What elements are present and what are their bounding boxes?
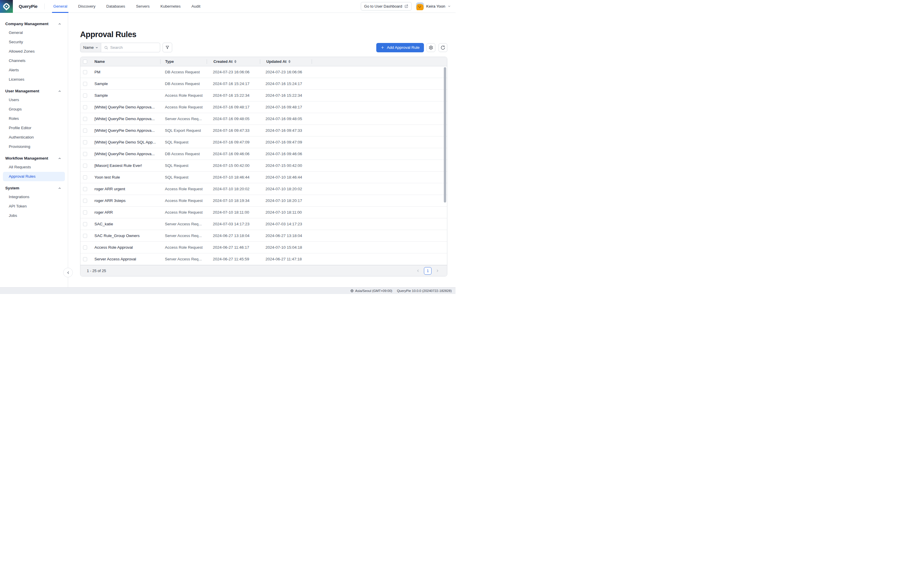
- sidebar-item-integrations[interactable]: Integrations: [0, 192, 65, 202]
- sidebar-item-jobs[interactable]: Jobs: [0, 211, 65, 220]
- user-menu[interactable]: Keira Yoon: [416, 2, 451, 10]
- table-row[interactable]: [White] QueryPie Demo Approva...Server A…: [80, 113, 447, 125]
- table-row[interactable]: Access Role ApprovalAccess Role Request2…: [80, 242, 447, 254]
- table-row[interactable]: SampleDB Access Request2024-07-16 15:24:…: [80, 78, 447, 90]
- sort-icon[interactable]: [234, 60, 236, 63]
- table-row[interactable]: Yoon test RuleSQL Request2024-07-10 18:4…: [80, 171, 447, 183]
- table-row[interactable]: [Mason] Easiest Rule Ever!SQL Request202…: [80, 160, 447, 171]
- sidebar-item-security[interactable]: Security: [0, 37, 65, 47]
- cell-updated-at: 2024-07-10 18:20:02: [259, 187, 311, 191]
- sidebar-item-profile-editor[interactable]: Profile Editor: [0, 123, 65, 132]
- nav-tab-databases[interactable]: Databases: [107, 0, 125, 13]
- table-row[interactable]: PMDB Access Request2024-07-23 16:06:0620…: [80, 66, 447, 78]
- row-checkbox[interactable]: [83, 210, 87, 215]
- row-checkbox[interactable]: [83, 70, 87, 74]
- sidebar-section-header-workflow-management[interactable]: Workflow Management: [0, 154, 68, 163]
- column-header-type[interactable]: Type: [160, 59, 207, 64]
- select-all-checkbox[interactable]: [83, 60, 87, 64]
- row-checkbox[interactable]: [83, 152, 87, 156]
- search-icon: [104, 45, 108, 50]
- table-row[interactable]: [White] QueryPie Demo Approva...SQL Expo…: [80, 125, 447, 136]
- row-checkbox[interactable]: [83, 140, 87, 144]
- cell-name: SAC_katie: [94, 222, 160, 226]
- go-to-user-dashboard-button[interactable]: Go to User Dashboard: [361, 2, 412, 11]
- row-checkbox[interactable]: [83, 82, 87, 86]
- chevron-down-icon: [95, 46, 98, 49]
- sidebar-item-authentication[interactable]: Authentication: [0, 132, 65, 142]
- sidebar-section-header-company-management[interactable]: Company Management: [0, 19, 68, 28]
- sidebar-section-company-management: Company ManagementGeneralSecurityAllowed…: [0, 19, 68, 84]
- row-checkbox[interactable]: [83, 199, 87, 203]
- row-checkbox[interactable]: [83, 187, 87, 191]
- row-checkbox[interactable]: [83, 129, 87, 132]
- row-checkbox[interactable]: [83, 164, 87, 168]
- table-row[interactable]: SAC_katieServer Access Req...2024-07-03 …: [80, 218, 447, 230]
- previous-page-button[interactable]: [416, 269, 420, 273]
- chevron-left-icon: [66, 271, 70, 275]
- table-row[interactable]: roger ARR urgentAccess Role Request2024-…: [80, 183, 447, 195]
- sidebar-item-roles[interactable]: Roles: [0, 114, 65, 123]
- sidebar-item-all-requests[interactable]: All Requests: [0, 163, 65, 172]
- timezone-label: Asia/Seoul (GMT+09:00): [355, 289, 392, 292]
- sidebar-item-allowed-zones[interactable]: Allowed Zones: [0, 47, 65, 56]
- settings-button[interactable]: [427, 43, 435, 52]
- cell-type: DB Access Request: [160, 70, 206, 74]
- cell-type: SQL Request: [160, 175, 206, 179]
- add-approval-rule-button[interactable]: Add Approval Rule: [376, 43, 424, 52]
- row-checkbox[interactable]: [83, 257, 87, 261]
- search-input[interactable]: [110, 45, 154, 50]
- nav-tab-general[interactable]: General: [53, 0, 67, 13]
- next-page-button[interactable]: [435, 269, 439, 273]
- filter-button[interactable]: [163, 43, 172, 52]
- nav-tab-servers[interactable]: Servers: [136, 0, 150, 13]
- approval-rules-table: Name Type Created At Updated At PMDB Acc…: [80, 57, 447, 276]
- sidebar-item-approval-rules[interactable]: Approval Rules: [3, 172, 65, 181]
- table-row[interactable]: Server Access ApprovalServer Access Req.…: [80, 254, 447, 265]
- table-row[interactable]: [White] QueryPie Demo Approva...Access R…: [80, 102, 447, 113]
- column-header-updated-at[interactable]: Updated At: [260, 59, 312, 64]
- column-header-created-at[interactable]: Created At: [207, 59, 260, 64]
- row-checkbox[interactable]: [83, 94, 87, 98]
- table-row[interactable]: [White] QueryPie Demo Approva...DB Acces…: [80, 148, 447, 160]
- main-content: Approval Rules Name Add Approval Ru: [68, 13, 455, 287]
- table-row[interactable]: roger ARR 3stepsAccess Role Request2024-…: [80, 195, 447, 207]
- row-checkbox[interactable]: [83, 175, 87, 179]
- sidebar-section-header-user-management[interactable]: User Management: [0, 87, 68, 95]
- cell-created-at: 2024-07-16 09:46:06: [206, 152, 259, 156]
- cell-created-at: 2024-07-10 18:46:44: [206, 175, 259, 179]
- row-checkbox[interactable]: [83, 117, 87, 121]
- table-row[interactable]: SampleAccess Role Request2024-07-16 15:2…: [80, 90, 447, 102]
- table-body: PMDB Access Request2024-07-23 16:06:0620…: [80, 66, 447, 265]
- nav-tab-audit[interactable]: Audit: [191, 0, 201, 13]
- row-checkbox[interactable]: [83, 234, 87, 238]
- sidebar-collapse-button[interactable]: [63, 268, 73, 277]
- sidebar-section-header-system[interactable]: System: [0, 184, 68, 192]
- refresh-button[interactable]: [439, 43, 447, 52]
- sidebar-sections: Company ManagementGeneralSecurityAllowed…: [0, 19, 68, 220]
- sidebar-item-users[interactable]: Users: [0, 95, 65, 105]
- cell-created-at: 2024-07-15 00:42:00: [206, 163, 259, 168]
- querypie-logo[interactable]: [0, 0, 13, 13]
- sidebar-item-api-token[interactable]: API Token: [0, 202, 65, 211]
- search-field-select[interactable]: Name: [80, 43, 101, 52]
- table-row[interactable]: [White] QueryPie Demo SQL App...SQL Requ…: [80, 136, 447, 148]
- column-header-name[interactable]: Name: [94, 59, 160, 64]
- sidebar-item-provisioning[interactable]: Provisioning: [0, 142, 65, 151]
- table-row[interactable]: SAC Rule_Group OwnersServer Access Req..…: [80, 230, 447, 242]
- row-checkbox[interactable]: [83, 105, 87, 109]
- row-checkbox[interactable]: [83, 222, 87, 226]
- sort-icon[interactable]: [288, 60, 291, 63]
- sidebar-item-licenses[interactable]: Licenses: [0, 75, 65, 84]
- row-checkbox[interactable]: [83, 246, 87, 250]
- nav-tab-discovery[interactable]: Discovery: [78, 0, 95, 13]
- sidebar-item-general[interactable]: General: [0, 28, 65, 37]
- status-bar: Asia/Seoul (GMT+09:00) QueryPie 10.0.0 (…: [0, 287, 455, 294]
- sidebar-item-channels[interactable]: Channels: [0, 56, 65, 65]
- table-scrollbar[interactable]: [444, 67, 446, 202]
- table-row[interactable]: roger ARRAccess Role Request2024-07-10 1…: [80, 207, 447, 218]
- page-number-button[interactable]: 1: [424, 267, 432, 275]
- sidebar-item-groups[interactable]: Groups: [0, 105, 65, 114]
- cell-updated-at: 2024-06-27 13:18:04: [259, 234, 311, 238]
- nav-tab-kubernetes[interactable]: Kubernetes: [160, 0, 181, 13]
- sidebar-item-alerts[interactable]: Alerts: [0, 65, 65, 75]
